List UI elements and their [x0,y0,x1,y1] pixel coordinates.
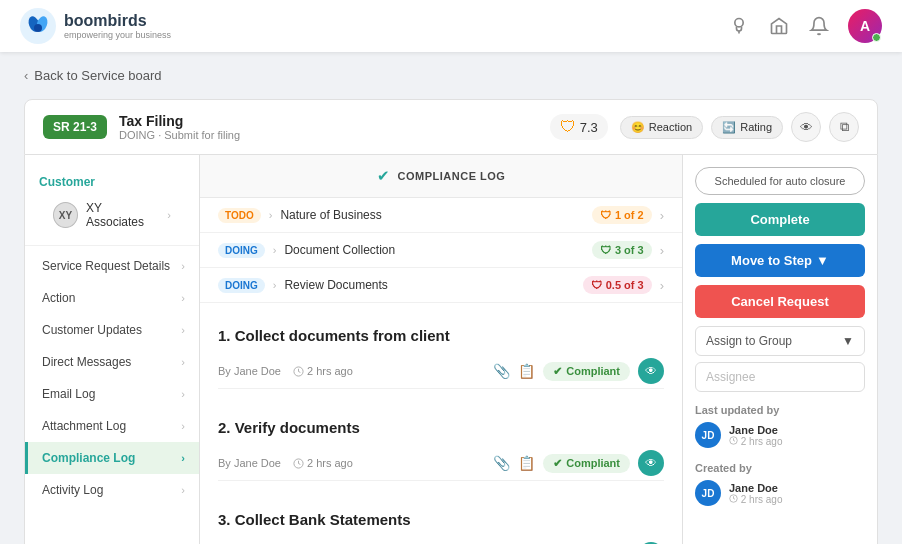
last-updated-user-row: JD Jane Doe 2 hrs ago [695,422,865,448]
last-updated-section: Last updated by JD Jane Doe 2 hrs ago [695,404,865,448]
app-name: boombirds [64,12,171,30]
chevron-icon: › [181,356,185,368]
assign-group-dropdown[interactable]: Assign to Group ▼ [695,326,865,356]
reaction-btn[interactable]: 😊 Reaction [620,116,703,139]
compliance-check-icon: ✔ [377,167,390,185]
task-time: 2 hrs ago [293,457,353,469]
move-label: Move to Step [731,253,812,268]
created-avatar: JD [695,480,721,506]
sidebar-item-email-log[interactable]: Email Log › [25,378,199,410]
task-by: By Jane Doe [218,457,281,469]
auto-closure-button[interactable]: Scheduled for auto closure [695,167,865,195]
sidebar-item-customer-updates[interactable]: Customer Updates › [25,314,199,346]
task-icons: 📎 📋 ✔ Compliant 👁 [493,358,664,384]
attachment-icon[interactable]: 📎 [493,455,510,471]
sidebar-item-direct-messages[interactable]: Direct Messages › [25,346,199,378]
sidebar-item-label: Customer Updates [42,323,142,337]
check-icon: ✔ [553,457,562,470]
task-3-section: 3. Collect Bank Statements By Jane Doe 2… [200,497,682,544]
main-content: SR 21-3 Tax Filing DOING · Submit for fi… [0,99,902,544]
online-indicator [872,33,881,42]
customer-name: XY Associates [86,201,159,229]
cancel-request-button[interactable]: Cancel Request [695,285,865,318]
customer-chevron-icon: › [167,209,171,221]
sidebar-item-activity-log[interactable]: Activity Log › [25,474,199,506]
sidebar-item-action[interactable]: Action › [25,282,199,314]
complete-button[interactable]: Complete [695,203,865,236]
step-status: DOING [218,243,265,258]
attachment-icon[interactable]: 📎 [493,363,510,379]
left-sidebar: Customer XY XY Associates › Service Requ… [24,155,199,544]
chevron-icon: › [181,324,185,336]
sr-subtitle: DOING · Submit for filing [119,129,240,141]
svg-point-3 [34,24,42,32]
step-name: Document Collection [284,243,583,257]
check-icon: ✔ [553,365,562,378]
rating-label: Rating [740,121,772,133]
sidebar-item-label: Activity Log [42,483,103,497]
sidebar-item-attachment-log[interactable]: Attachment Log › [25,410,199,442]
sidebar-item-label: Attachment Log [42,419,126,433]
chevron-icon: › [181,388,185,400]
sr-header: SR 21-3 Tax Filing DOING · Submit for fi… [24,99,878,155]
step-row[interactable]: TODO › Nature of Business 🛡 1 of 2 › [200,198,682,233]
move-to-step-button[interactable]: Move to Step ▼ [695,244,865,277]
sidebar-item-label: Action [42,291,75,305]
header-icons: A [728,9,882,43]
task-1-section: 1. Collect documents from client By Jane… [200,313,682,405]
created-time: 2 hrs ago [729,494,782,505]
compliant-badge: ✔ Compliant [543,454,630,473]
step-chevron-icon: › [660,278,664,293]
step-arrow-icon: › [273,279,277,291]
app-tagline: empowering your business [64,30,171,40]
task-time: 2 hrs ago [293,365,353,377]
sidebar-item-service-request-details[interactable]: Service Request Details › [25,250,199,282]
sidebar-item-label: Service Request Details [42,259,170,273]
lightbulb-icon[interactable] [728,15,750,37]
task-by: By Jane Doe [218,365,281,377]
home-icon[interactable] [768,15,790,37]
task-3-meta: By Jane Doe 2 hrs ago 📎 📋 ✔ Compliant 👁 [218,538,664,544]
svg-point-4 [735,19,743,27]
assignee-placeholder: Assignee [706,370,755,384]
view-btn[interactable]: 👁 [638,450,664,476]
created-user-row: JD Jane Doe 2 hrs ago [695,480,865,506]
customer-avatar: XY [53,202,78,228]
sr-actions: 😊 Reaction 🔄 Rating 👁 ⧉ [620,112,859,142]
back-nav[interactable]: ‹ Back to Service board [0,52,902,99]
customer-initials: XY [59,210,72,221]
created-by-section: Created by JD Jane Doe 2 hrs ago [695,462,865,506]
shield-icon: 🛡 [600,244,611,256]
step-chevron-icon: › [660,243,664,258]
sidebar-item-compliance-log[interactable]: Compliance Log › [25,442,199,474]
back-arrow-icon: ‹ [24,68,28,83]
compliance-title: COMPLIANCE LOG [398,170,506,182]
copy-icon-btn[interactable]: ⧉ [829,112,859,142]
sidebar-divider [25,245,199,246]
sr-title: Tax Filing [119,113,240,129]
user-avatar[interactable]: A [848,9,882,43]
step-name: Review Documents [284,278,574,292]
dropdown-chevron-icon: ▼ [842,334,854,348]
document-icon[interactable]: 📋 [518,363,535,379]
logo: boombirds empowering your business [20,8,171,44]
step-row[interactable]: DOING › Document Collection 🛡 3 of 3 › [200,233,682,268]
view-btn[interactable]: 👁 [638,358,664,384]
last-updated-label: Last updated by [695,404,865,416]
step-badge: 🛡 1 of 2 [592,206,652,224]
task-2-meta: By Jane Doe 2 hrs ago 📎 📋 ✔ Compliant 👁 [218,446,664,481]
rating-btn[interactable]: 🔄 Rating [711,116,783,139]
notification-icon[interactable] [808,15,830,37]
right-panel: Scheduled for auto closure Complete Move… [683,155,878,544]
eye-icon-btn[interactable]: 👁 [791,112,821,142]
assignee-field[interactable]: Assignee [695,362,865,392]
compliant-badge: ✔ Compliant [543,362,630,381]
sr-badge: SR 21-3 [43,115,107,139]
customer-item[interactable]: XY XY Associates › [39,195,185,235]
step-row[interactable]: DOING › Review Documents 🛡 0.5 of 3 › [200,268,682,303]
sr-score: 🛡 7.3 [550,114,608,140]
step-status: TODO [218,208,261,223]
document-icon[interactable]: 📋 [518,455,535,471]
task-1-title: 1. Collect documents from client [218,327,664,344]
chevron-icon: › [181,420,185,432]
